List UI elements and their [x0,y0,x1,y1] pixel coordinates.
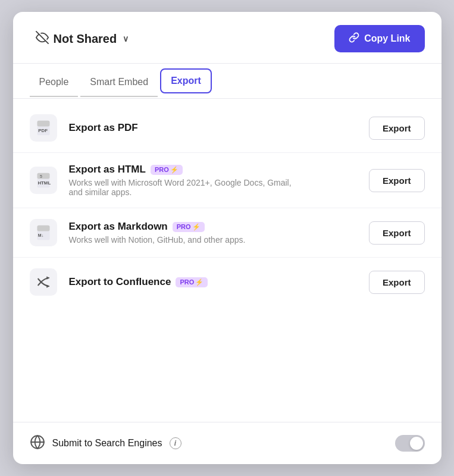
svg-text:M↓: M↓ [37,233,43,237]
eye-slash-icon [36,31,49,47]
confluence-icon [35,274,52,290]
copy-link-label: Copy Link [364,33,410,44]
search-engines-toggle[interactable] [395,435,425,452]
svg-rect-3 [37,121,49,127]
svg-marker-12 [46,284,49,287]
confluence-icon-box [30,268,57,296]
svg-text:PDF: PDF [38,128,48,133]
export-html-row: HTML 5 Export as HTML PRO ⚡ Works well w… [13,153,442,208]
tab-people[interactable]: People [30,66,79,97]
share-modal: Not Shared ∨ Copy Link People Smart Embe… [13,12,442,464]
html5-icon: HTML 5 [35,172,52,189]
pro-badge-confluence: PRO ⚡ [176,277,208,287]
footer: Submit to Search Engines i [13,422,442,464]
not-shared-label: Not Shared [54,32,117,46]
pro-badge-markdown: PRO ⚡ [173,222,205,232]
export-confluence-button[interactable]: Export [369,271,425,294]
pdf-icon: PDF [35,120,52,136]
pdf-title: Export as PDF [69,122,138,134]
markdown-icon-box: M↓ [30,219,57,246]
link-icon [349,32,359,45]
export-pdf-button[interactable]: Export [369,117,425,140]
confluence-title: Export to Confluence PRO ⚡ [69,276,208,288]
tab-export[interactable]: Export [160,68,212,93]
export-markdown-row: M↓ Export as Markdown PRO ⚡ Works well w… [13,208,442,258]
svg-rect-6 [37,173,49,179]
export-pdf-row: PDF Export as PDF Export [13,104,442,153]
copy-link-button[interactable]: Copy Link [334,25,424,52]
tab-bar: People Smart Embed Export [13,64,442,99]
export-confluence-row: Export to Confluence PRO ⚡ Export [13,258,442,306]
pdf-icon-box: PDF [30,114,57,142]
markdown-title: Export as Markdown PRO ⚡ [69,221,246,233]
info-icon[interactable]: i [170,437,181,449]
export-content: PDF Export as PDF Export [13,99,442,422]
html5-icon-box: HTML 5 [30,167,57,194]
markdown-icon: M↓ [35,224,52,241]
chevron-down-icon: ∨ [123,34,129,43]
globe-icon [30,434,45,452]
html-desc: Works well with Microsoft Word 2021+, Go… [69,178,307,197]
svg-text:5: 5 [39,174,42,178]
pro-badge-html: PRO ⚡ [151,165,183,175]
markdown-desc: Works well with Notion, GitHub, and othe… [69,235,246,245]
search-engines-label: Submit to Search Engines [52,438,162,449]
not-shared-button[interactable]: Not Shared ∨ [30,27,135,51]
svg-rect-10 [37,226,49,231]
html-title: Export as HTML PRO ⚡ [69,164,307,176]
tab-smart-embed[interactable]: Smart Embed [80,66,158,97]
svg-marker-11 [46,276,49,279]
export-html-button[interactable]: Export [369,169,425,192]
modal-header: Not Shared ∨ Copy Link [13,12,442,64]
export-markdown-button[interactable]: Export [369,221,425,245]
svg-text:HTML: HTML [37,180,51,186]
